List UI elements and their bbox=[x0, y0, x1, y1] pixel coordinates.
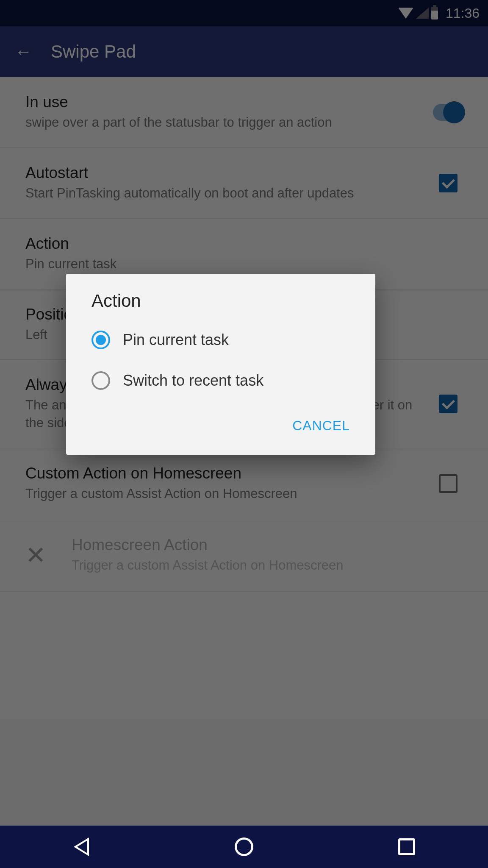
nav-back-button[interactable] bbox=[72, 837, 91, 857]
back-triangle-icon bbox=[74, 837, 89, 856]
radio-label: Pin current task bbox=[123, 331, 229, 349]
radio-unselected[interactable] bbox=[92, 371, 110, 390]
dialog-title: Action bbox=[66, 291, 375, 320]
radio-label: Switch to recent task bbox=[123, 372, 263, 389]
nav-recent-button[interactable] bbox=[397, 837, 416, 857]
recent-square-icon bbox=[398, 838, 415, 855]
dialog-option-switch-to-recent-task[interactable]: Switch to recent task bbox=[66, 360, 375, 401]
cancel-button[interactable]: CANCEL bbox=[284, 414, 358, 438]
home-circle-icon bbox=[235, 837, 253, 856]
nav-home-button[interactable] bbox=[234, 837, 254, 857]
dialog-option-pin-current-task[interactable]: Pin current task bbox=[66, 320, 375, 360]
navigation-bar bbox=[0, 826, 488, 868]
radio-selected[interactable] bbox=[92, 331, 110, 349]
action-dialog: Action Pin current task Switch to recent… bbox=[66, 274, 375, 455]
